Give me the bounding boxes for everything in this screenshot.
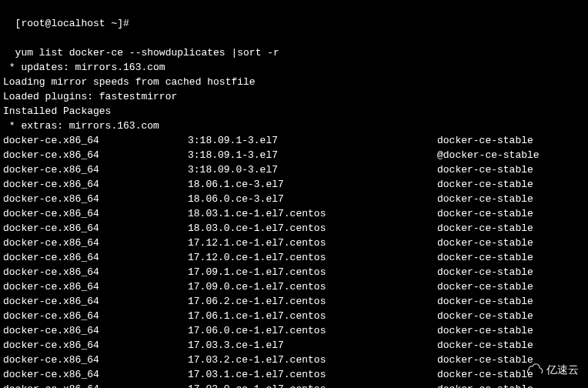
package-repo: docker-ce-stable [437, 206, 533, 221]
package-row: docker-ce.x86_6417.03.2.ce-1.el7.centosd… [3, 353, 585, 367]
package-row: docker-ce.x86_6417.12.0.ce-1.el7.centosd… [3, 250, 585, 265]
package-row: docker-ce.x86_6418.03.1.ce-1.el7.centosd… [3, 206, 585, 221]
output-line: Loading mirror speeds from cached hostfi… [3, 75, 585, 89]
package-version: 3:18.09.0-3.el7 [188, 162, 437, 177]
output-line: Loaded plugins: fastestmirror [3, 89, 585, 104]
package-name: docker-ce.x86_64 [3, 162, 188, 177]
output-header: * updates: mirrors.163.comLoading mirror… [3, 60, 585, 133]
package-name: docker-ce.x86_64 [3, 294, 188, 309]
package-repo: docker-ce-stable [437, 162, 533, 177]
package-name: docker-ce.x86_64 [3, 192, 188, 206]
package-repo: docker-ce-stable [437, 353, 533, 367]
package-repo: docker-ce-stable [437, 192, 533, 206]
package-name: docker-ce.x86_64 [3, 382, 188, 388]
package-row: docker-ce.x86_6417.09.1.ce-1.el7.centosd… [3, 265, 585, 279]
package-name: docker-ce.x86_64 [3, 265, 188, 279]
package-version: 17.03.3.ce-1.el7 [188, 338, 437, 353]
package-list: docker-ce.x86_643:18.09.1-3.el7docker-ce… [3, 133, 585, 388]
output-line: * updates: mirrors.163.com [3, 60, 585, 75]
package-version: 17.03.1.ce-1.el7.centos [188, 367, 437, 382]
package-row: docker-ce.x86_6417.09.0.ce-1.el7.centosd… [3, 279, 585, 294]
package-repo: docker-ce-stable [437, 338, 533, 353]
package-name: docker-ce.x86_64 [3, 353, 188, 367]
package-version: 17.06.0.ce-1.el7.centos [188, 323, 437, 338]
package-version: 17.06.2.ce-1.el7.centos [188, 294, 437, 309]
package-row: docker-ce.x86_6417.03.1.ce-1.el7.centosd… [3, 367, 585, 382]
package-row: docker-ce.x86_6418.03.0.ce-1.el7.centosd… [3, 221, 585, 236]
package-version: 18.06.1.ce-3.el7 [188, 177, 437, 192]
package-version: 18.03.1.ce-1.el7.centos [188, 206, 437, 221]
package-name: docker-ce.x86_64 [3, 221, 188, 236]
output-line: Installed Packages [3, 104, 585, 119]
package-name: docker-ce.x86_64 [3, 309, 188, 323]
package-repo: docker-ce-stable [437, 236, 533, 250]
package-version: 17.12.0.ce-1.el7.centos [188, 250, 437, 265]
package-row: docker-ce.x86_6417.12.1.ce-1.el7.centosd… [3, 236, 585, 250]
package-repo: docker-ce-stable [437, 133, 533, 148]
package-version: 17.06.1.ce-1.el7.centos [188, 309, 437, 323]
package-version: 18.03.0.ce-1.el7.centos [188, 221, 437, 236]
package-name: docker-ce.x86_64 [3, 177, 188, 192]
package-name: docker-ce.x86_64 [3, 236, 188, 250]
package-version: 17.12.1.ce-1.el7.centos [188, 236, 437, 250]
output-line: * extras: mirrors.163.com [3, 119, 585, 133]
package-version: 3:18.09.1-3.el7 [188, 133, 437, 148]
package-row: docker-ce.x86_6418.06.1.ce-3.el7docker-c… [3, 177, 585, 192]
package-version: 18.06.0.ce-3.el7 [188, 192, 437, 206]
package-repo: docker-ce-stable [437, 221, 533, 236]
package-name: docker-ce.x86_64 [3, 250, 188, 265]
prompt-command[interactable]: yum list docker-ce --showduplicates |sor… [15, 47, 279, 59]
watermark-text: 亿速云 [546, 363, 579, 377]
package-version: 17.09.1.ce-1.el7.centos [188, 265, 437, 279]
package-name: docker-ce.x86_64 [3, 323, 188, 338]
package-row: docker-ce.x86_643:18.09.0-3.el7docker-ce… [3, 162, 585, 177]
package-row: docker-ce.x86_643:18.09.1-3.el7@docker-c… [3, 148, 585, 162]
package-repo: docker-ce-stable [437, 294, 533, 309]
package-name: docker-ce.x86_64 [3, 338, 188, 353]
package-version: 17.03.0.ce-1.el7.centos [188, 382, 437, 388]
package-name: docker-ce.x86_64 [3, 206, 188, 221]
package-row: docker-ce.x86_6417.06.2.ce-1.el7.centosd… [3, 294, 585, 309]
package-version: 17.03.2.ce-1.el7.centos [188, 353, 437, 367]
package-name: docker-ce.x86_64 [3, 279, 188, 294]
package-repo: docker-ce-stable [437, 177, 533, 192]
package-version: 3:18.09.1-3.el7 [188, 148, 437, 162]
cloud-icon [526, 363, 543, 377]
package-repo: docker-ce-stable [437, 250, 533, 265]
package-repo: docker-ce-stable [437, 367, 533, 382]
package-version: 17.09.0.ce-1.el7.centos [188, 279, 437, 294]
package-name: docker-ce.x86_64 [3, 367, 188, 382]
watermark: 亿速云 [526, 363, 579, 377]
package-row: docker-ce.x86_643:18.09.1-3.el7docker-ce… [3, 133, 585, 148]
package-name: docker-ce.x86_64 [3, 148, 188, 162]
terminal-prompt-line: [root@localhost ~]# yum list docker-ce -… [3, 2, 585, 60]
package-row: docker-ce.x86_6417.03.3.ce-1.el7docker-c… [3, 338, 585, 353]
package-row: docker-ce.x86_6417.06.0.ce-1.el7.centosd… [3, 323, 585, 338]
package-row: docker-ce.x86_6417.03.0.ce-1.el7.centosd… [3, 382, 585, 388]
prompt-user-host: [root@localhost ~]# [15, 18, 129, 29]
package-repo: docker-ce-stable [437, 309, 533, 323]
package-row: docker-ce.x86_6417.06.1.ce-1.el7.centosd… [3, 309, 585, 323]
package-row: docker-ce.x86_6418.06.0.ce-3.el7docker-c… [3, 192, 585, 206]
package-repo: docker-ce-stable [437, 265, 533, 279]
package-repo: docker-ce-stable [437, 323, 533, 338]
package-repo: docker-ce-stable [437, 382, 533, 388]
package-name: docker-ce.x86_64 [3, 133, 188, 148]
package-repo: docker-ce-stable [437, 279, 533, 294]
package-repo: @docker-ce-stable [437, 148, 540, 162]
